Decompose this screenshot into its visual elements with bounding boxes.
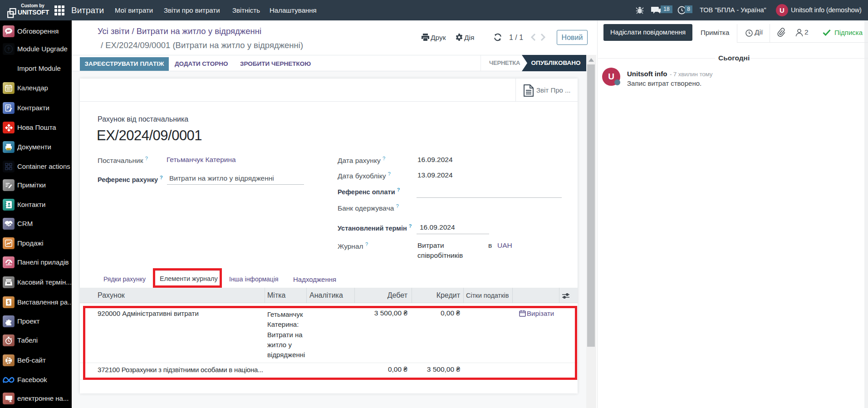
svg-text:$: $ (7, 300, 10, 305)
